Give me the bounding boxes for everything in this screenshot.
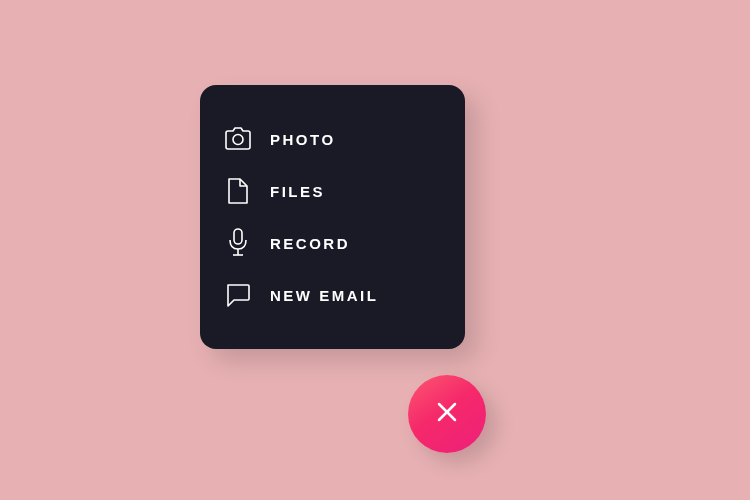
camera-icon (224, 125, 252, 153)
microphone-icon (224, 229, 252, 257)
menu-item-photo[interactable]: PHOTO (224, 113, 441, 165)
close-button[interactable] (408, 375, 486, 453)
action-menu-panel: PHOTO FILES RECORD NEW EMAIL (200, 85, 465, 349)
menu-item-label: NEW EMAIL (270, 287, 378, 304)
svg-rect-1 (234, 229, 242, 244)
menu-item-label: FILES (270, 183, 325, 200)
chat-icon (224, 281, 252, 309)
menu-item-new-email[interactable]: NEW EMAIL (224, 269, 441, 321)
svg-point-0 (233, 135, 243, 145)
menu-item-label: PHOTO (270, 131, 336, 148)
close-icon (434, 399, 460, 429)
menu-item-label: RECORD (270, 235, 350, 252)
file-icon (224, 177, 252, 205)
menu-item-files[interactable]: FILES (224, 165, 441, 217)
menu-item-record[interactable]: RECORD (224, 217, 441, 269)
